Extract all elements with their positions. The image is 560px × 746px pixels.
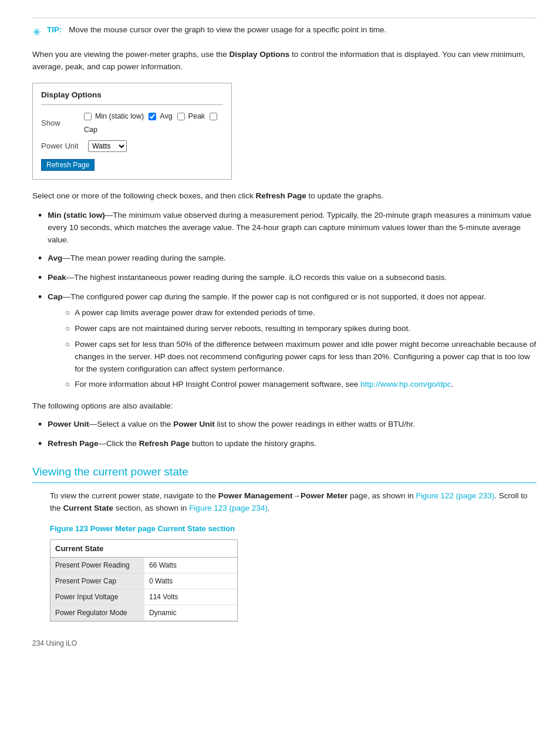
intro-paragraph: When you are viewing the power-meter gra…	[32, 49, 537, 73]
cs-value: 114 Volts	[144, 589, 237, 605]
sub-bullet: ○	[65, 307, 70, 319]
refresh-button[interactable]: Refresh Page	[41, 159, 95, 171]
also-text: The following options are also available…	[32, 400, 537, 413]
cap-sub-list: ○ A power cap limits average power draw …	[48, 307, 537, 391]
current-state-box: Current State Present Power Reading 66 W…	[50, 539, 238, 622]
cs-label: Power Input Voltage	[50, 589, 144, 605]
bullet-dot: •	[38, 208, 42, 223]
display-options-title: Display Options	[41, 89, 223, 105]
bullet-dot: •	[38, 251, 42, 266]
peak-label: Peak	[188, 111, 205, 122]
cs-value: Dynamic	[144, 605, 237, 621]
cap-text: —The configured power cap during the sam…	[63, 292, 486, 301]
bullet-dot: •	[38, 271, 42, 285]
figure-label: Figure 123 Power Meter page Current Stat…	[50, 523, 537, 535]
min-checkbox[interactable]	[84, 113, 92, 120]
page-footer: 234 Using iLO	[32, 638, 537, 649]
list-item: • Avg—The mean power reading during the …	[38, 252, 537, 266]
refresh-item: Refresh Page—Click the Refresh Page butt…	[48, 438, 537, 450]
cap-item-text: Cap—The configured power cap during the …	[48, 291, 537, 394]
list-item: ○ Power caps set for less than 50% of th…	[65, 339, 537, 376]
tip-text: Move the mouse cursor over the graph to …	[69, 25, 386, 34]
select-text-para: Select one or more of the following chec…	[32, 190, 537, 202]
fig122-link[interactable]: Figure 122 (page 233)	[416, 491, 495, 500]
sub-text-2: Power caps are not maintained during ser…	[75, 323, 410, 335]
peak-item-text: Peak—The highest instantaneous power rea…	[48, 272, 537, 284]
cs-label: Power Regulator Mode	[50, 605, 144, 621]
fig123-link[interactable]: Figure 123 (page 234)	[189, 504, 268, 512]
list-item: ○ A power cap limits average power draw …	[65, 307, 537, 319]
sub-text-4: For more information about HP Insight Co…	[75, 379, 453, 391]
min-item-text: Min (static low)—The minimum value obser…	[48, 210, 537, 247]
section-body-para: To view the current power state, navigat…	[50, 490, 537, 515]
intro-text1: When you are viewing the power-meter gra…	[32, 50, 229, 59]
avg-item-text: Avg—The mean power reading during the sa…	[48, 252, 537, 265]
select-post: to update the graphs.	[306, 191, 383, 200]
table-row: Power Input Voltage 114 Volts	[50, 589, 237, 605]
power-unit-select[interactable]: Watts BTU/hr	[88, 140, 127, 152]
cap-bold: Cap	[48, 292, 63, 301]
peak-text: —The highest instantaneous power reading…	[66, 273, 447, 282]
avg-label: Avg	[160, 111, 172, 122]
display-options-box: Display Options Show Min (static low) Av…	[32, 83, 232, 180]
power-unit-item: Power Unit—Select a value on the Power U…	[48, 418, 537, 431]
show-label: Show	[41, 117, 84, 129]
min-bold: Min (static low)	[48, 211, 105, 220]
list-item: ○ Power caps are not maintained during s…	[65, 323, 537, 335]
sub-text-3: Power caps set for less than 50% of the …	[75, 339, 537, 376]
main-bullet-list: • Min (static low)—The minimum value obs…	[32, 210, 537, 395]
current-state-table: Present Power Reading 66 Watts Present P…	[50, 558, 237, 621]
cs-value: 66 Watts	[144, 558, 237, 573]
sub-bullet: ○	[65, 379, 70, 390]
min-text: —The minimum value observed during a mea…	[48, 211, 531, 244]
table-row: Power Regulator Mode Dynamic	[50, 605, 237, 621]
rp-bold: Refresh Page	[48, 439, 98, 448]
min-label: Min (static low)	[95, 111, 144, 122]
power-unit-row: Power Unit Watts BTU/hr	[41, 140, 223, 152]
cap-checkbox[interactable]	[210, 113, 217, 120]
list-item: • Refresh Page—Click the Refresh Page bu…	[38, 438, 537, 451]
bullet-dot: •	[38, 290, 42, 305]
list-item: • Peak—The highest instantaneous power r…	[38, 272, 537, 285]
peak-checkbox[interactable]	[177, 113, 185, 120]
sub-text-1: A power cap limits average power draw fo…	[75, 307, 315, 319]
sub-bullet: ○	[65, 339, 70, 350]
list-item: ○ For more information about HP Insight …	[65, 379, 537, 391]
show-row: Show Min (static low) Avg Peak Cap	[41, 111, 223, 136]
peak-bold: Peak	[48, 273, 66, 282]
intro-bold1: Display Options	[229, 50, 289, 59]
avg-text: —The mean power reading during the sampl…	[62, 254, 225, 262]
select-pre: Select one or more of the following chec…	[32, 191, 255, 200]
tip-content: TIP: Move the mouse cursor over the grap…	[47, 24, 386, 36]
bullet-dot: •	[38, 417, 42, 432]
tip-row: ✳ TIP: Move the mouse cursor over the gr…	[32, 18, 537, 40]
list-item: • Min (static low)—The minimum value obs…	[38, 210, 537, 247]
hp-dpc-link[interactable]: http://www.hp.com/go/dpc	[360, 380, 451, 389]
power-unit-label: Power Unit	[41, 140, 88, 152]
cap-label: Cap	[84, 124, 97, 136]
section-body: To view the current power state, navigat…	[32, 490, 537, 622]
avg-checkbox[interactable]	[149, 113, 156, 120]
avg-bold: Avg	[48, 254, 62, 262]
show-controls: Min (static low) Avg Peak Cap	[84, 111, 223, 136]
cs-label: Present Power Reading	[50, 558, 144, 573]
select-bold: Refresh Page	[255, 191, 306, 200]
bullet-dot: •	[38, 437, 42, 451]
table-row: Present Power Reading 66 Watts	[50, 558, 237, 573]
list-item: • Cap—The configured power cap during th…	[38, 291, 537, 394]
section-heading: Viewing the current power state	[32, 464, 537, 484]
cs-label: Present Power Cap	[50, 573, 144, 589]
cs-value: 0 Watts	[144, 573, 237, 589]
table-row: Present Power Cap 0 Watts	[50, 573, 237, 589]
tip-label: TIP:	[47, 25, 62, 34]
sub-bullet: ○	[65, 323, 70, 335]
pu-bold: Power Unit	[48, 420, 89, 428]
list-item: • Power Unit—Select a value on the Power…	[38, 418, 537, 432]
also-bullet-list: • Power Unit—Select a value on the Power…	[32, 418, 537, 451]
current-state-title: Current State	[50, 540, 237, 558]
tip-icon: ✳	[32, 25, 41, 40]
refresh-row: Refresh Page	[41, 157, 223, 171]
